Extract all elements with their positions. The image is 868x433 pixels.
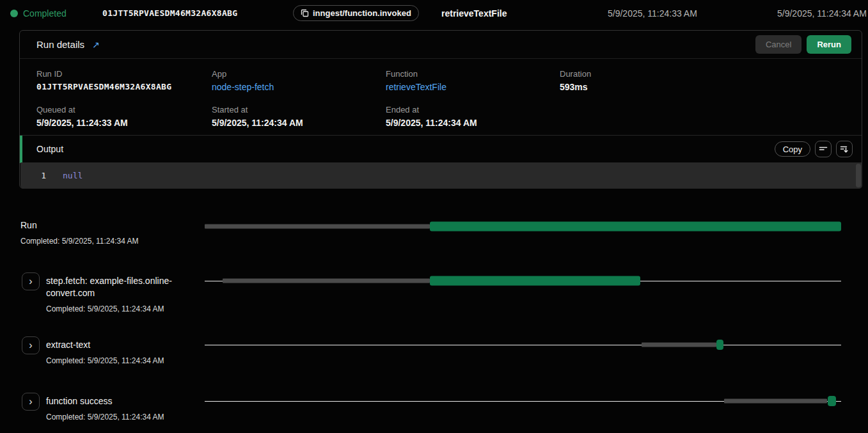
run-id-value: 01JTT5RPVAESDM46M32A6X8ABG <box>36 82 212 91</box>
timeline-bar-dot <box>828 396 836 406</box>
external-link-icon[interactable]: ↗ <box>92 40 100 50</box>
expand-step-button[interactable]: › <box>22 272 40 290</box>
started-at-value: 5/9/2025, 11:24:34 AM <box>212 118 386 128</box>
field-ended-at: Ended at 5/9/2025, 11:24:34 AM <box>386 105 560 128</box>
output-accent-bar <box>20 136 22 163</box>
run-status-bar: Completed 01JTT5RPVAESDM46M32A6X8ABG inn… <box>0 0 868 27</box>
copy-output-button[interactable]: Copy <box>775 141 810 157</box>
step-completed-label: Completed: 5/9/2025, 11:24:34 AM <box>20 237 139 246</box>
output-section-header: Output Copy <box>20 135 862 162</box>
field-app: App node-step-fetch <box>212 69 386 92</box>
timeline-bar-run <box>430 222 841 232</box>
step-completed-label: Completed: 5/9/2025, 11:24:34 AM <box>46 413 164 421</box>
queued-at-value: 5/9/2025, 11:24:33 AM <box>36 118 212 128</box>
run-details-header: Run details ↗ Cancel Rerun <box>20 31 862 59</box>
panel-title: Run details <box>36 39 84 50</box>
cancel-button[interactable]: Cancel <box>755 35 801 54</box>
field-queued-at: Queued at 5/9/2025, 11:24:33 AM <box>36 105 212 128</box>
expand-step-button[interactable]: › <box>22 336 40 354</box>
timeline-track <box>205 221 841 232</box>
timeline-bar-run <box>430 276 640 286</box>
run-details-grid: Run ID 01JTT5RPVAESDM46M32A6X8ABG App no… <box>20 59 862 128</box>
expand-output-down-icon[interactable] <box>836 141 853 157</box>
timeline-bar-dot <box>716 340 723 350</box>
field-run-id: Run ID 01JTT5RPVAESDM46M32A6X8ABG <box>36 69 212 92</box>
step-name-label: Run <box>20 218 139 232</box>
timeline-bar-wait <box>642 343 716 347</box>
duration-value: 593ms <box>560 82 862 92</box>
field-started-at: Started at 5/9/2025, 11:24:34 AM <box>212 105 386 128</box>
status-label: Completed <box>23 8 67 19</box>
output-code-area[interactable]: 1 null <box>20 162 862 189</box>
function-link[interactable]: retrieveTextFile <box>386 82 560 92</box>
step-completed-label: Completed: 5/9/2025, 11:24:34 AM <box>46 304 184 313</box>
timeline-baseline <box>205 345 841 345</box>
wrap-lines-icon[interactable] <box>815 141 832 157</box>
timeline-track <box>205 396 841 406</box>
function-name-text: retrieveTextFile <box>441 8 507 19</box>
app-link[interactable]: node-step-fetch <box>212 82 386 92</box>
timeline-bar-wait <box>724 399 827 404</box>
step-name-label: extract-text <box>46 336 164 351</box>
field-duration: Duration 593ms <box>560 69 862 92</box>
ended-at-value: 5/9/2025, 11:24:34 AM <box>386 118 560 128</box>
timeline-row-text: RunCompleted: 5/9/2025, 11:24:34 AM <box>20 218 139 246</box>
code-line-number: 1 <box>20 171 46 180</box>
code-output-value: null <box>63 171 83 180</box>
step-name-label: step.fetch: example-files.online-convert… <box>46 272 184 299</box>
code-scrollbar[interactable] <box>856 164 861 187</box>
queued-timestamp: 5/9/2025, 11:24:33 AM <box>608 8 697 19</box>
step-completed-label: Completed: 5/9/2025, 11:24:34 AM <box>46 356 164 365</box>
rerun-button[interactable]: Rerun <box>807 35 851 54</box>
timeline-row-text: step.fetch: example-files.online-convert… <box>46 272 184 313</box>
copy-icon <box>301 9 309 17</box>
run-id-text: 01JTT5RPVAESDM46M32A6X8ABG <box>102 8 237 18</box>
expand-step-button[interactable]: › <box>22 393 40 411</box>
field-function: Function retrieveTextFile <box>386 69 560 92</box>
started-timestamp: 5/9/2025, 11:24:34 AM <box>777 8 867 19</box>
timeline-bar-wait <box>223 279 430 283</box>
timeline-row-text: function successCompleted: 5/9/2025, 11:… <box>46 393 164 421</box>
event-badge-label: inngest/function.invoked <box>313 8 411 18</box>
timeline-row-text: extract-textCompleted: 5/9/2025, 11:24:3… <box>46 336 164 365</box>
run-details-panel: Run details ↗ Cancel Rerun Run ID 01JTT5… <box>19 30 862 189</box>
event-badge[interactable]: inngest/function.invoked <box>293 5 419 21</box>
output-title: Output <box>36 144 63 154</box>
timeline-track <box>205 340 841 350</box>
timeline-bar-wait <box>205 224 430 229</box>
timeline-track <box>205 276 841 286</box>
status-dot-icon <box>10 10 18 17</box>
step-name-label: function success <box>46 393 164 407</box>
